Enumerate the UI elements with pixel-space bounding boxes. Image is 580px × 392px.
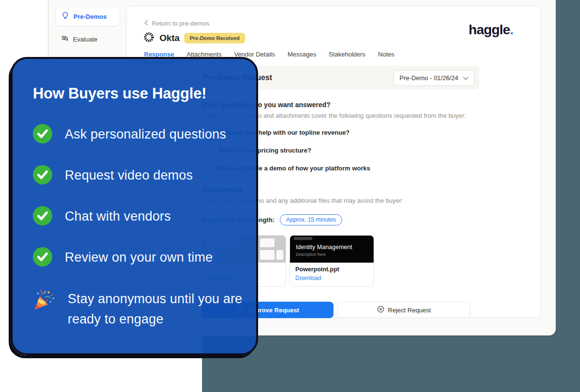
document-attachment-card: Identity Management Description here Pow…	[290, 235, 374, 287]
promo-heading: How Buyers use Haggle!	[33, 85, 256, 102]
document-description: Description here	[296, 252, 368, 257]
promo-item-label: Request video demos	[65, 166, 193, 186]
tab-notes[interactable]: Notes	[378, 51, 394, 63]
status-badge: Pre-Demo Received	[184, 33, 245, 43]
haggle-logo: haggle.	[469, 22, 513, 38]
tab-stakeholders[interactable]: Stakeholders	[329, 51, 365, 63]
promo-item-label: Stay anonymous until you are ready to en…	[68, 289, 252, 330]
reject-request-button[interactable]: Reject Request	[337, 302, 470, 318]
thumbnail-tile	[276, 250, 283, 260]
x-circle-icon	[377, 306, 384, 314]
check-circle-green-icon	[33, 247, 52, 268]
promo-feature-list: Ask personalized questions Request video…	[33, 124, 256, 330]
thumbnail-tile	[260, 250, 275, 260]
thumbnail-tile	[260, 238, 275, 247]
check-circle-green-icon	[33, 206, 52, 227]
back-chevron-icon	[144, 20, 148, 27]
vendor-header: Okta Pre-Demo Received	[143, 31, 245, 45]
check-circle-green-icon	[33, 165, 52, 186]
page: Pre-Demos Evaluate	[0, 0, 580, 392]
promo-item-label: Chat with vendors	[65, 207, 171, 227]
sidebar-item-pre-demos[interactable]: Pre-Demos	[55, 7, 120, 26]
lightbulb-icon	[61, 12, 69, 21]
check-circle-green-icon	[33, 124, 52, 145]
vendor-name: Okta	[160, 33, 179, 43]
promo-item: Stay anonymous until you are ready to en…	[33, 289, 256, 330]
sidebar-item-label: Evaluate	[73, 36, 98, 43]
demo-date-value: Pre-Demo - 01/26/24	[400, 74, 458, 82]
reject-button-label: Reject Request	[388, 307, 431, 314]
promo-item: Ask personalized questions	[33, 124, 256, 145]
promo-item: Request video demos	[33, 165, 256, 186]
video-length-chip: Approx. 15 minutes	[280, 214, 342, 225]
evaluate-list-search-icon	[61, 34, 69, 44]
tab-messages[interactable]: Messages	[288, 51, 316, 63]
okta-logo-icon	[143, 31, 155, 45]
promo-item: Review on your own time	[33, 247, 256, 268]
return-to-pre-demos-link[interactable]: Return to pre-demos	[144, 20, 209, 27]
document-download-link[interactable]: Download	[295, 275, 321, 281]
party-popper-icon	[33, 289, 55, 313]
document-file-footer: Powerpoint.ppt Download	[290, 263, 374, 286]
document-preview: Identity Management Description here	[290, 236, 374, 263]
promo-item-label: Ask personalized questions	[65, 125, 226, 145]
sidebar-item-label: Pre-Demos	[73, 13, 107, 20]
return-link-label: Return to pre-demos	[152, 20, 209, 27]
document-title: Identity Management	[296, 244, 368, 251]
sidebar-item-evaluate[interactable]: Evaluate	[61, 34, 120, 44]
chevron-down-icon	[463, 74, 468, 82]
promo-item-label: Review on your own time	[65, 248, 213, 268]
promo-overlay-card: How Buyers use Haggle! Ask personalized …	[11, 57, 258, 355]
document-preview-bar	[294, 237, 312, 240]
demo-date-select[interactable]: Pre-Demo - 01/26/24	[393, 70, 475, 86]
promo-item: Chat with vendors	[33, 206, 256, 227]
document-file-name: Powerpoint.ppt	[295, 266, 368, 273]
haggle-logo-dot: .	[510, 22, 513, 37]
